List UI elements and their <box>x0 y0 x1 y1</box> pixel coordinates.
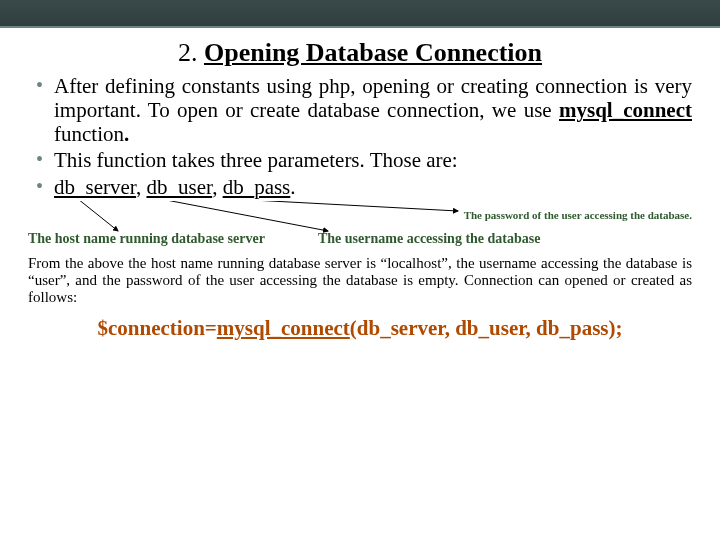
annotation-host: The host name running database server <box>28 231 265 247</box>
code-equals: = <box>205 316 217 340</box>
code-args: (db_server, db_user, db_pass); <box>350 316 623 340</box>
comma-2: , <box>212 175 223 199</box>
code-example: $connection=mysql_connect(db_server, db_… <box>28 316 692 341</box>
title-number: 2. <box>178 38 198 67</box>
slide-content: 2. Opening Database Connection After def… <box>0 28 720 341</box>
bullet-1-text-b: function <box>54 122 124 146</box>
period: . <box>290 175 295 199</box>
param-db-user: db_user <box>146 175 212 199</box>
param-db-server: db_server <box>54 175 136 199</box>
bullet-1-function: mysql_connect <box>559 98 692 122</box>
svg-line-2 <box>233 201 458 211</box>
code-variable: $connection <box>98 316 205 340</box>
slide-title: 2. Opening Database Connection <box>28 38 692 68</box>
title-text: Opening Database Connection <box>204 38 542 67</box>
code-function: mysql_connect <box>217 316 350 340</box>
annotation-user: The username accessing the database <box>318 231 540 247</box>
explanation-paragraph: From the above the host name running dat… <box>28 255 692 307</box>
annotation-area: The password of the user accessing the d… <box>28 201 692 261</box>
param-db-pass: db_pass <box>223 175 291 199</box>
bullet-2: This function takes three parameters. Th… <box>36 148 692 172</box>
bullet-3: db_server, db_user, db_pass. <box>36 175 692 199</box>
comma-1: , <box>136 175 147 199</box>
bullet-list: After defining constants using php, open… <box>28 74 692 199</box>
slide-header-bar <box>0 0 720 28</box>
svg-line-1 <box>161 201 328 231</box>
bullet-2-text: This function takes three parameters. Th… <box>54 148 458 172</box>
svg-line-0 <box>78 201 118 231</box>
bullet-1-period: . <box>124 122 129 146</box>
bullet-1: After defining constants using php, open… <box>36 74 692 146</box>
annotation-password: The password of the user accessing the d… <box>464 209 692 221</box>
